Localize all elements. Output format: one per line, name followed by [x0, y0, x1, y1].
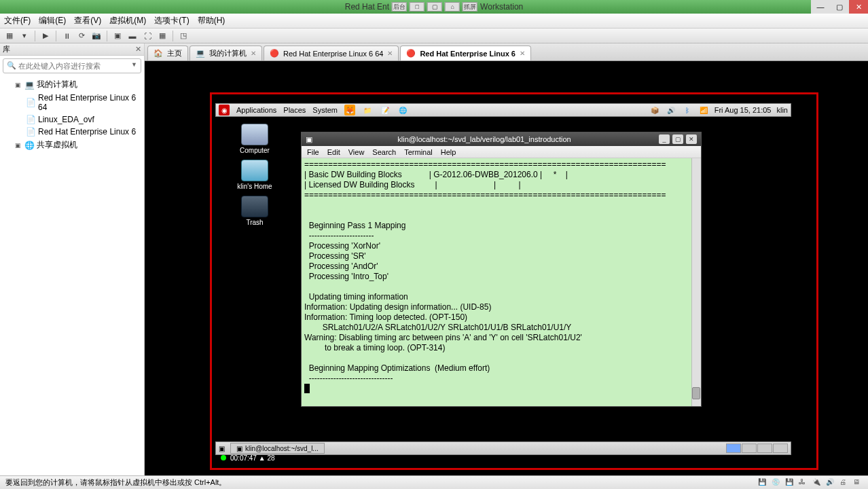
tb-fullscreen-icon[interactable]: ⛶ — [141, 30, 154, 42]
tb-snapshot-icon[interactable]: 📷 — [90, 30, 103, 42]
tab-rhel6[interactable]: 🔴 Red Hat Enterprise Linux 6 ✕ — [400, 46, 531, 60]
hdd-icon[interactable]: 💾 — [758, 478, 767, 488]
tab-home[interactable]: 🏠 主页 — [147, 46, 188, 60]
menu-tabs[interactable]: 选项卡(T) — [154, 15, 189, 26]
tb-dropdown-icon[interactable]: ▾ — [18, 30, 31, 42]
tree-item-rhel64[interactable]: 📄 Red Hat Enterprise Linux 6 64 — [3, 92, 141, 113]
vmware-statusbar: 要返回到您的计算机，请将鼠标指针从虚拟机中移出或按 Ctrl+Alt。 💾 💿 … — [0, 475, 868, 489]
show-desktop-icon[interactable]: ▣ — [219, 445, 225, 452]
menu-terminal[interactable]: Terminal — [404, 148, 433, 156]
tab-label: 我的计算机 — [209, 48, 247, 58]
tab-close-icon[interactable]: ✕ — [520, 50, 525, 57]
tree-item-eda[interactable]: 📄 Linux_EDA_ovf — [3, 113, 141, 126]
tab-rhel64[interactable]: 🔴 Red Hat Enterprise Linux 6 64 ✕ — [264, 46, 399, 60]
workspace-3[interactable] — [757, 443, 772, 453]
search-dropdown-icon[interactable]: ▼ — [131, 61, 137, 68]
terminal-scrollbar[interactable] — [691, 158, 701, 406]
tb-suspend-icon[interactable]: ⏸ — [60, 30, 73, 42]
menu-places[interactable]: Places — [283, 106, 306, 114]
tb-library-icon[interactable]: ▦ — [3, 30, 16, 42]
workspace-1[interactable] — [726, 443, 741, 453]
tab-mycomputer[interactable]: 💻 我的计算机 ✕ — [189, 46, 262, 60]
workspace-2[interactable] — [742, 443, 757, 453]
terminal-body[interactable]: ========================================… — [302, 158, 701, 406]
computer-icon: 💻 — [196, 49, 205, 58]
inline-btn-1[interactable]: □ — [410, 2, 424, 12]
maximize-button[interactable]: ▢ — [672, 134, 683, 144]
terminal-output: ========================================… — [304, 160, 666, 383]
tb-poweron-icon[interactable]: ▶ — [39, 30, 52, 42]
menu-file[interactable]: File — [307, 148, 319, 156]
search-icon: 🔍 — [7, 61, 16, 70]
inline-btn-3[interactable]: ⌂ — [445, 2, 460, 12]
printer-icon[interactable]: 🖨 — [839, 478, 849, 488]
menu-view[interactable]: 查看(V) — [74, 15, 101, 26]
app-icon[interactable]: 📁 — [362, 105, 373, 115]
app-icon[interactable]: 📝 — [380, 105, 391, 115]
vm-display[interactable]: ◉ Applications Places System 🦊 📁 📝 🌐 📦 🔊… — [145, 61, 868, 475]
bluetooth-icon[interactable]: ᛒ — [682, 105, 693, 115]
inline-btn-0[interactable]: 后台 — [392, 2, 407, 12]
tab-close-icon[interactable]: ✕ — [387, 50, 393, 57]
clock[interactable]: Fri Aug 15, 21:05 — [715, 106, 772, 114]
usb-icon[interactable]: 🔌 — [812, 478, 822, 488]
update-icon[interactable]: 📦 — [649, 105, 660, 115]
app-icon[interactable]: 🌐 — [397, 105, 408, 115]
inline-btn-4[interactable]: 抓屏 — [463, 2, 477, 12]
tb-unity-icon[interactable]: ▣ — [111, 30, 124, 42]
search-input[interactable] — [3, 58, 141, 73]
sound-icon[interactable]: 🔊 — [826, 478, 835, 488]
redhat-icon: 🔴 — [406, 49, 416, 58]
sidebar-close-icon[interactable]: ✕ — [135, 45, 141, 54]
desktop-computer[interactable]: Computer — [234, 124, 275, 154]
desktop-home[interactable]: klin's Home — [234, 160, 275, 190]
tree-toggle-icon[interactable]: ▣ — [15, 142, 22, 149]
menu-view[interactable]: View — [348, 148, 365, 156]
tree-toggle-icon[interactable]: ▣ — [15, 82, 22, 88]
tree-shared[interactable]: ▣ 🌐 共享虚拟机 — [3, 138, 141, 152]
menu-help[interactable]: 帮助(H) — [198, 15, 225, 26]
scrollbar-thumb[interactable] — [692, 387, 700, 399]
maximize-button[interactable]: ▢ — [830, 0, 849, 14]
menu-vm[interactable]: 虚拟机(M) — [109, 15, 146, 26]
tree-item-rhel6[interactable]: 📄 Red Hat Enterprise Linux 6 — [3, 126, 141, 138]
workspace-4[interactable] — [773, 443, 788, 453]
firefox-icon[interactable]: 🦊 — [344, 105, 355, 115]
floppy-icon[interactable]: 💾 — [785, 478, 795, 488]
inline-btn-2[interactable]: ▢ — [427, 2, 442, 12]
network-icon[interactable]: 🖧 — [799, 478, 808, 488]
menu-file[interactable]: 文件(F) — [4, 15, 31, 26]
tb-reset-icon[interactable]: ⟳ — [75, 30, 88, 42]
menu-search[interactable]: Search — [372, 148, 396, 156]
terminal-titlebar[interactable]: ▣ klin@localhost:~/svd_lab/verilog/lab01… — [302, 132, 701, 146]
tb-console-icon[interactable]: ▬ — [126, 30, 139, 42]
menu-applications[interactable]: Applications — [236, 106, 276, 114]
tree-root-mycomputer[interactable]: ▣ 💻 我的计算机 — [3, 77, 141, 92]
menu-help[interactable]: Help — [441, 148, 456, 156]
user-menu[interactable]: klin — [776, 106, 788, 114]
tb-multimon-icon[interactable]: ▦ — [156, 30, 169, 42]
library-sidebar: 库 ✕ 🔍 ▼ ▣ 💻 我的计算机 📄 Red Hat Enterprise L… — [0, 43, 145, 475]
minimize-button[interactable]: _ — [659, 134, 670, 144]
workspace-pager[interactable] — [726, 443, 788, 453]
volume-icon[interactable]: 🔊 — [666, 105, 676, 115]
gnome-bottom-panel: ▣ ▣ klin@localhost:~/svd_l... — [215, 441, 791, 455]
menu-edit[interactable]: 编辑(E) — [39, 15, 66, 26]
tab-close-icon[interactable]: ✕ — [251, 50, 256, 57]
terminal-window[interactable]: ▣ klin@localhost:~/svd_lab/verilog/lab01… — [301, 132, 702, 407]
network-icon[interactable]: 📶 — [698, 105, 709, 115]
redhat-icon: 🔴 — [270, 49, 279, 58]
display-icon[interactable]: 🖥 — [853, 478, 863, 488]
close-button[interactable]: ✕ — [686, 134, 697, 144]
desktop-trash[interactable]: Trash — [234, 196, 275, 226]
redhat-logo-icon[interactable]: ◉ — [219, 105, 230, 115]
terminal-icon: ▣ — [306, 135, 312, 144]
menu-edit[interactable]: Edit — [327, 148, 340, 156]
cd-icon[interactable]: 💿 — [772, 478, 781, 488]
minimize-button[interactable]: — — [811, 0, 830, 14]
close-button[interactable]: ✕ — [849, 0, 868, 14]
tab-label: Red Hat Enterprise Linux 6 — [420, 50, 516, 58]
record-dot-icon — [221, 455, 226, 460]
menu-system[interactable]: System — [312, 106, 338, 114]
tb-window-icon[interactable]: ◳ — [177, 30, 190, 42]
